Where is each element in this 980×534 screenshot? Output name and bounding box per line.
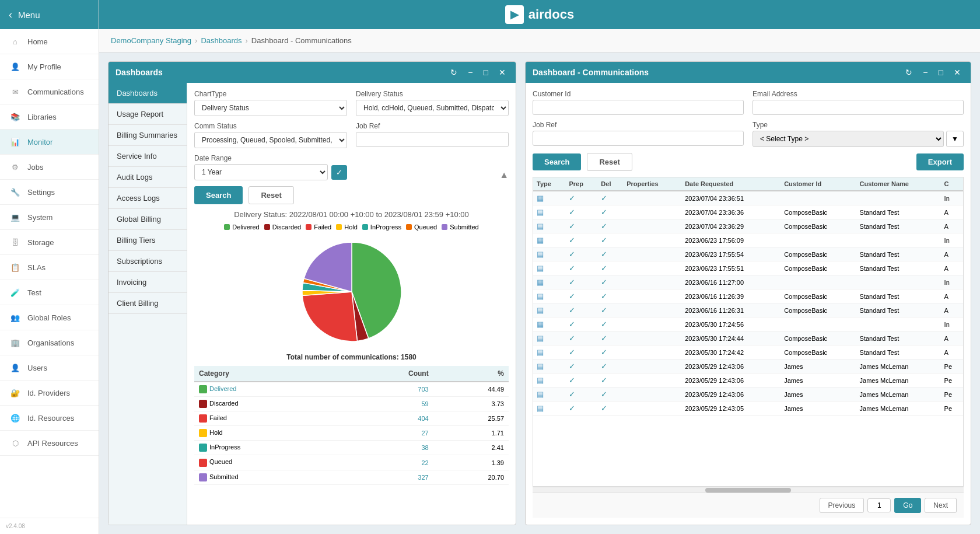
chart-total: Total number of communications: 1580 bbox=[194, 353, 509, 361]
left-nav-item-audit-logs[interactable]: Audit Logs bbox=[108, 167, 187, 188]
cell-customer-id-1: ComposeBasic bbox=[780, 205, 856, 219]
table-row[interactable]: ▦ ✓ ✓ 2023/06/16 11:27:00 In bbox=[533, 275, 963, 289]
table-row[interactable]: ▦ ✓ ✓ 2023/06/23 17:56:09 In bbox=[533, 233, 963, 247]
type-icon-7: ▤ bbox=[537, 292, 544, 301]
table-row[interactable]: ▤ ✓ ✓ 2023/05/29 12:43:05 James James Mc… bbox=[533, 402, 963, 416]
prep-icon-6: ✓ bbox=[569, 278, 575, 287]
sidebar-item-test[interactable]: 🧪 Test bbox=[0, 280, 99, 305]
left-panel-content: ChartType Delivery Status Delivery Statu… bbox=[187, 83, 516, 525]
left-panel-close-btn[interactable]: ✕ bbox=[496, 67, 509, 78]
cell-date-10: 2023/05/30 17:24:44 bbox=[681, 331, 780, 345]
table-row[interactable]: ▤ ✓ ✓ 2023/06/23 17:55:54 ComposeBasic S… bbox=[533, 247, 963, 261]
sidebar-item-storage[interactable]: 🗄 Storage bbox=[0, 230, 99, 255]
sidebar-item-global-roles[interactable]: 👥 Global Roles bbox=[0, 305, 99, 330]
left-panel-expand-btn[interactable]: □ bbox=[481, 67, 491, 78]
cell-type-6: ▦ bbox=[533, 275, 565, 289]
right-panel-expand-btn[interactable]: □ bbox=[936, 67, 946, 78]
breadcrumb-item-1[interactable]: DemoCompany Staging bbox=[111, 36, 191, 45]
cell-type-15: ▤ bbox=[533, 402, 565, 416]
date-range-group: Date Range 1 Year ✓ bbox=[194, 154, 347, 180]
right-panel-close-btn[interactable]: ✕ bbox=[951, 67, 964, 78]
sidebar-item-system[interactable]: 💻 System bbox=[0, 205, 99, 230]
cell-customer-id-8: ComposeBasic bbox=[780, 303, 856, 317]
sidebar-item-api-resources[interactable]: ⬡ API Resources bbox=[0, 431, 99, 456]
left-nav-item-client-billing[interactable]: Client Billing bbox=[108, 293, 187, 314]
type-icon-12: ▤ bbox=[537, 362, 544, 371]
sidebar-item-id-providers[interactable]: 🔐 Id. Providers bbox=[0, 381, 99, 406]
right-reset-button[interactable]: Reset bbox=[587, 153, 632, 171]
left-nav-item-billing-tiers[interactable]: Billing Tiers bbox=[108, 230, 187, 251]
page-number-input[interactable] bbox=[867, 498, 891, 512]
table-row: Failed40425.57 bbox=[194, 411, 509, 426]
table-row[interactable]: ▦ ✓ ✓ 2023/05/30 17:24:56 In bbox=[533, 317, 963, 331]
sidebar-item-libraries[interactable]: 📚 Libraries bbox=[0, 104, 99, 130]
category-pct-discarded: 3.73 bbox=[433, 397, 509, 411]
sidebar-item-monitor[interactable]: 📊 Monitor bbox=[0, 130, 99, 155]
cell-del-13: ✓ bbox=[597, 374, 623, 388]
right-search-button[interactable]: Search bbox=[533, 153, 581, 170]
sidebar-item-users[interactable]: 👤 Users bbox=[0, 355, 99, 381]
search-button[interactable]: Search bbox=[194, 186, 243, 204]
table-row[interactable]: ▤ ✓ ✓ 2023/05/30 17:24:44 ComposeBasic S… bbox=[533, 331, 963, 345]
left-nav-item-access-logs[interactable]: Access Logs bbox=[108, 188, 187, 209]
sidebar-item-organisations[interactable]: 🏢 Organisations bbox=[0, 330, 99, 355]
cell-properties-5 bbox=[623, 261, 681, 275]
type-dropdown-arrow[interactable]: ▼ bbox=[946, 131, 964, 147]
prev-page-button[interactable]: Previous bbox=[820, 498, 864, 513]
collapse-btn[interactable]: ▲ bbox=[499, 170, 509, 180]
sidebar-item-id-resources[interactable]: 🌐 Id. Resources bbox=[0, 406, 99, 431]
table-row[interactable]: ▤ ✓ ✓ 2023/07/04 23:36:29 ComposeBasic S… bbox=[533, 219, 963, 233]
left-nav-item-subscriptions[interactable]: Subscriptions bbox=[108, 251, 187, 272]
go-button[interactable]: Go bbox=[894, 498, 921, 513]
table-row[interactable]: ▤ ✓ ✓ 2023/05/29 12:43:06 James James Mc… bbox=[533, 360, 963, 374]
date-range-label: Date Range bbox=[194, 154, 347, 162]
right-panel-minimize-btn[interactable]: − bbox=[920, 67, 930, 78]
cell-prep-4: ✓ bbox=[565, 247, 597, 261]
next-page-button[interactable]: Next bbox=[925, 498, 957, 513]
left-panel-refresh-btn[interactable]: ↻ bbox=[447, 67, 460, 78]
left-nav-item-global-billing[interactable]: Global Billing bbox=[108, 209, 187, 230]
left-nav-item-dashboards[interactable]: Dashboards bbox=[108, 83, 187, 104]
table-row[interactable]: ▤ ✓ ✓ 2023/05/30 17:24:42 ComposeBasic S… bbox=[533, 345, 963, 360]
job-ref-group: Job Ref bbox=[356, 122, 509, 148]
export-button[interactable]: Export bbox=[916, 153, 964, 170]
sidebar-back-button[interactable]: ‹ Menu bbox=[0, 0, 99, 29]
job-ref-input[interactable] bbox=[356, 132, 509, 147]
sidebar-item-my-profile[interactable]: 👤 My Profile bbox=[0, 54, 99, 79]
sidebar-item-slas[interactable]: 📋 SLAs bbox=[0, 255, 99, 280]
table-row[interactable]: ▤ ✓ ✓ 2023/06/16 11:26:39 ComposeBasic S… bbox=[533, 289, 963, 303]
sidebar-label-communications: Communications bbox=[27, 88, 84, 96]
table-row[interactable]: ▤ ✓ ✓ 2023/06/16 11:26:31 ComposeBasic S… bbox=[533, 303, 963, 317]
left-nav-item-invoicing[interactable]: Invoicing bbox=[108, 272, 187, 293]
breadcrumb-item-2[interactable]: Dashboards bbox=[201, 36, 242, 45]
sidebar-item-communications[interactable]: ✉ Communications bbox=[0, 79, 99, 104]
cell-customer-name-9 bbox=[856, 317, 941, 331]
date-range-select[interactable]: 1 Year bbox=[194, 164, 328, 180]
table-row[interactable]: ▤ ✓ ✓ 2023/07/04 23:36:36 ComposeBasic S… bbox=[533, 205, 963, 219]
type-select[interactable]: < Select Type > bbox=[752, 131, 944, 147]
table-row[interactable]: ▤ ✓ ✓ 2023/05/29 12:43:06 James James Mc… bbox=[533, 374, 963, 388]
chart-type-select[interactable]: Delivery Status bbox=[194, 100, 347, 116]
delivery-status-select[interactable]: Hold, cdHold, Queued, Submitted, Dispatc… bbox=[356, 100, 509, 116]
right-job-ref-input[interactable] bbox=[533, 131, 744, 146]
sidebar-item-settings[interactable]: 🔧 Settings bbox=[0, 180, 99, 205]
sidebar-item-home[interactable]: ⌂ Home bbox=[0, 29, 99, 54]
table-row[interactable]: ▦ ✓ ✓ 2023/07/04 23:36:51 In bbox=[533, 191, 963, 205]
table-row[interactable]: ▤ ✓ ✓ 2023/05/29 12:43:06 James James Mc… bbox=[533, 388, 963, 402]
horizontal-scrollbar[interactable] bbox=[533, 487, 964, 493]
left-nav-item-usage-report[interactable]: Usage Report bbox=[108, 104, 187, 125]
reset-button[interactable]: Reset bbox=[249, 186, 293, 204]
left-panel-minimize-btn[interactable]: − bbox=[465, 67, 475, 78]
customer-id-input[interactable] bbox=[533, 100, 744, 115]
email-address-input[interactable] bbox=[752, 100, 964, 115]
customer-id-label: Customer Id bbox=[533, 90, 744, 98]
cell-del-11: ✓ bbox=[597, 345, 623, 360]
left-nav-item-service-info[interactable]: Service Info bbox=[108, 146, 187, 167]
cell-date-9: 2023/05/30 17:24:56 bbox=[681, 317, 780, 331]
date-range-confirm-btn[interactable]: ✓ bbox=[331, 165, 347, 180]
right-panel-refresh-btn[interactable]: ↻ bbox=[902, 67, 915, 78]
table-row[interactable]: ▤ ✓ ✓ 2023/06/23 17:55:51 ComposeBasic S… bbox=[533, 261, 963, 275]
left-nav-item-billing-summaries[interactable]: Billing Summaries bbox=[108, 125, 187, 146]
sidebar-item-jobs[interactable]: ⚙ Jobs bbox=[0, 155, 99, 180]
comm-status-select[interactable]: Processing, Queued, Spooled, Submitted, … bbox=[194, 132, 347, 148]
